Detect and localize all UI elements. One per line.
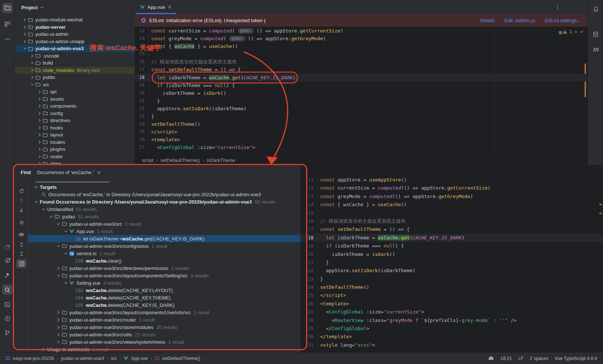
chevron-down-icon[interactable] <box>63 252 68 256</box>
status-item[interactable]: Vue TypeScript 4.9.4 <box>555 356 597 361</box>
chevron-right-icon[interactable] <box>56 325 61 329</box>
find-toolbar-refresh[interactable] <box>16 187 27 195</box>
chevron-right-icon[interactable] <box>30 68 35 72</box>
find-tree-row[interactable]: Unclassified51 results <box>28 205 301 213</box>
code-line[interactable]: 16// 根据浏览器当前主题设置系统主题色 <box>301 217 603 225</box>
project-tree-item[interactable]: router <box>15 153 135 160</box>
editor-breadcrumbs[interactable]: script›setDefaultTheme()›isDarkTheme <box>135 155 588 165</box>
code-line[interactable]: 23} <box>135 112 588 120</box>
code-line[interactable]: 26<template> <box>135 136 588 143</box>
find-tree-row[interactable]: yudao-ui-admin-vue3/src/layout/component… <box>28 309 301 316</box>
status-item[interactable]: ruoyi-vue-pro-2022b <box>6 356 54 361</box>
code-line[interactable]: 24setDefaultTheme() <box>301 283 603 291</box>
chevron-down-icon[interactable] <box>40 6 44 10</box>
find-usage-row[interactable]: 18let isDarkTheme = wsCache.get(CACHE_KE… <box>28 235 301 242</box>
find-results-tab[interactable]: Occurrences of 'wsCache.' <box>37 170 101 175</box>
find-tree-row[interactable]: TSservice.ts1 result <box>28 250 301 257</box>
chevron-right-icon[interactable] <box>56 333 61 337</box>
chevron-right-icon[interactable] <box>37 111 42 115</box>
project-tree-item[interactable]: yudao-module-wechat <box>15 16 135 24</box>
chevron-down-icon[interactable] <box>56 274 61 278</box>
find-toolbar-preview-pane[interactable] <box>16 259 27 268</box>
code-line[interactable]: 12const currentSize = computed( getter: … <box>135 27 588 35</box>
code-line[interactable]: 20 isDarkTheme = isDark() <box>135 89 588 97</box>
close-icon[interactable] <box>97 171 101 174</box>
project-tree-item[interactable]: assets <box>15 96 135 103</box>
banner-link[interactable]: ESLint settings... <box>545 18 581 23</box>
chevron-down-icon[interactable] <box>34 185 39 189</box>
code-line[interactable]: 20 isDarkTheme = isDark() <box>301 250 603 259</box>
find-tree-row[interactable]: yudao-ui-admin-vue3/src1 result <box>28 220 301 228</box>
code-line[interactable]: 15 <box>135 50 588 58</box>
find-tree-row[interactable]: Occurrences of 'wsCache.' in Directory /… <box>28 191 301 198</box>
find-toolbar-arrow-down[interactable] <box>16 206 27 215</box>
chevron-down-icon[interactable] <box>22 46 27 51</box>
activity-button-terminal[interactable] <box>2 299 13 309</box>
project-tree-item[interactable]: config <box>15 110 135 117</box>
chevron-right-icon[interactable] <box>22 39 27 44</box>
code-line[interactable]: 29 </ConfigGlobal> <box>301 325 603 333</box>
project-tree-item[interactable]: layout <box>15 131 135 139</box>
project-tree-item[interactable]: components <box>15 103 135 110</box>
find-usage-row[interactable]: 194wsCache.delete(CACHE_KEY.THEME) <box>28 294 301 301</box>
project-panel-header[interactable]: Project <box>15 0 135 15</box>
chevron-right-icon[interactable] <box>30 54 35 58</box>
strip-button-database[interactable] <box>590 30 601 39</box>
activity-button-git-branch[interactable] <box>2 327 13 337</box>
tab-app-vue[interactable]: App.vue <box>136 0 176 14</box>
code-line[interactable]: 21 } <box>135 97 588 105</box>
status-item[interactable]: yudao-ui-admin-vue3 <box>61 356 104 361</box>
code-line[interactable]: 24setDefaultTheme() <box>135 120 588 128</box>
project-tree-item[interactable]: yudao-ui-admin-uniapp <box>15 38 135 45</box>
find-tree-row[interactable]: Usage in comments1 result <box>28 346 301 352</box>
project-tree-item[interactable]: locales <box>15 139 135 146</box>
code-line[interactable]: 25</script> <box>135 128 588 136</box>
find-toolbar-eye[interactable] <box>16 230 27 239</box>
chevron-right-icon[interactable] <box>37 104 42 108</box>
strip-button-notifications-bell[interactable] <box>590 4 601 14</box>
chevron-right-icon[interactable] <box>37 140 42 144</box>
chevron-right-icon[interactable] <box>37 97 42 101</box>
status-item[interactable] <box>488 356 494 361</box>
project-tree-item[interactable]: yudao-ui-admin-vue3 <box>15 45 135 52</box>
chevron-right-icon[interactable] <box>37 118 42 122</box>
chevron-right-icon[interactable] <box>37 155 42 159</box>
chevron-right-icon[interactable] <box>56 340 61 344</box>
project-tree-item[interactable]: hooks <box>15 124 135 132</box>
find-tree-row[interactable]: yudao-ui-admin-vue3/src/utils21 results <box>28 331 301 338</box>
status-item[interactable]: src <box>111 356 117 361</box>
code-line[interactable]: 15 <box>301 209 603 217</box>
project-tree-item[interactable]: node_moduleslibrary root <box>15 67 135 74</box>
project-tree-item[interactable]: directives <box>15 117 135 124</box>
code-line[interactable]: 27 <ConfigGlobal :size="currentSize"> <box>135 143 588 151</box>
code-line[interactable]: 14const { wsCache } = useCache() <box>135 42 588 50</box>
chevron-right-icon[interactable] <box>22 18 27 22</box>
chevron-right-icon[interactable] <box>30 61 35 65</box>
project-tree-item[interactable]: plugins <box>15 146 135 153</box>
find-toolbar-collapse-all[interactable] <box>16 249 27 258</box>
activity-button-structure[interactable] <box>2 19 13 29</box>
find-usage-row[interactable]: 195wsCache.delete(CACHE_KEY.IS_DARK) <box>28 301 301 309</box>
find-usage-row[interactable]: 193wsCache.delete(CACHE_KEY.LAYOUT) <box>28 287 301 294</box>
chevron-down-icon[interactable] <box>56 244 61 248</box>
find-tree-row[interactable]: yudao-ui-admin-vue3/src/store/modules20 … <box>28 323 301 331</box>
code-line[interactable]: 13const greyMode = computed(() => appSto… <box>301 193 603 201</box>
banner-link[interactable]: Edit .eslintrc.js <box>505 18 536 23</box>
find-usage-row[interactable]: 229wsCache.clear() <box>28 257 301 264</box>
chevron-right-icon[interactable] <box>37 133 42 137</box>
code-line[interactable]: 17const setDefaultTheme = () => { <box>135 66 588 73</box>
code-editor[interactable]: 12const currentSize = computed( getter: … <box>135 27 588 152</box>
find-tree-row[interactable]: Targets <box>28 183 301 191</box>
editor-options-kebab-icon[interactable] <box>555 4 560 10</box>
code-line[interactable]: 22 appStore.setIsDark(isDarkTheme) <box>301 267 603 275</box>
chevron-right-icon[interactable] <box>30 75 35 79</box>
find-toolbar-expand-all[interactable] <box>16 240 27 249</box>
code-line[interactable]: 14const { wsCache } = useCache() <box>301 201 603 209</box>
code-line[interactable]: 11const appStore = useAppStore() <box>301 176 603 184</box>
code-line[interactable]: 22 appStore.setIsDark(isDarkTheme) <box>135 105 588 112</box>
activity-button-project-folder[interactable] <box>2 3 13 13</box>
project-tree-item[interactable]: store <box>15 160 135 165</box>
code-line[interactable]: 30</template> <box>301 333 603 341</box>
find-tree-row[interactable]: Found Occurrences in Directory /Users/yu… <box>28 198 301 205</box>
preview-code[interactable]: 11const appStore = useAppStore()12const … <box>301 176 603 349</box>
